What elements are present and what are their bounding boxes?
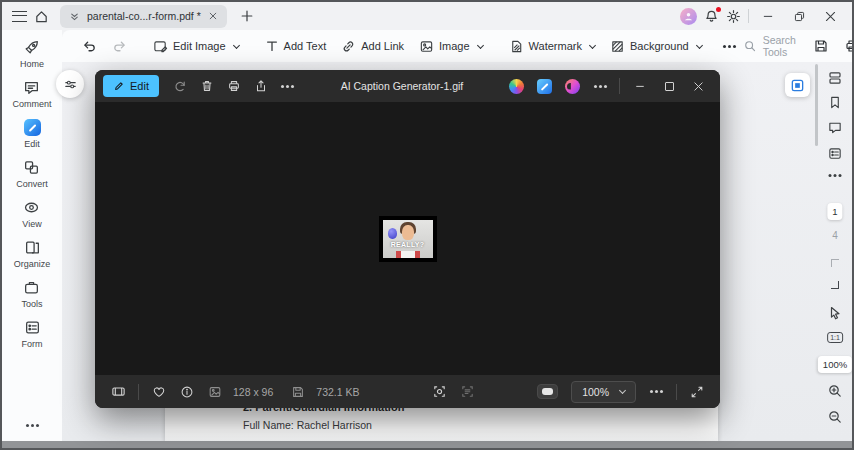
print-button[interactable]	[838, 34, 854, 58]
form-panel-button[interactable]	[828, 146, 843, 161]
trash-icon	[200, 79, 214, 93]
select-tool-button[interactable]	[827, 305, 843, 321]
toolbar-more-button[interactable]	[722, 41, 737, 52]
designer-app-icon[interactable]	[509, 79, 524, 94]
edit-image-button[interactable]: Edit Image	[147, 35, 245, 58]
comments-panel-button[interactable]	[828, 120, 843, 135]
redo-button[interactable]	[106, 35, 133, 58]
add-text-label: Add Text	[284, 40, 327, 52]
window-close-button[interactable]	[818, 5, 842, 27]
next-page-button[interactable]	[831, 281, 839, 289]
background-label: Background	[630, 40, 689, 52]
sidebar-item-label: Comment	[12, 99, 51, 109]
info-button[interactable]	[174, 379, 200, 405]
right-rail: 1 4 1:1 100%	[818, 62, 852, 441]
more-icon	[655, 390, 658, 393]
person-shirt	[396, 251, 420, 258]
home-button[interactable]	[34, 9, 49, 24]
viewer-zoom-dropdown[interactable]: 100%	[571, 381, 636, 403]
visual-search-button[interactable]	[426, 379, 452, 405]
edit-image-icon	[153, 39, 168, 54]
photo-editor-app-icon[interactable]	[537, 79, 552, 94]
minimize-icon	[762, 10, 774, 22]
new-tab-button[interactable]	[240, 9, 254, 23]
panel-toggle-button[interactable]	[785, 73, 810, 97]
sidebar-item-comment[interactable]: Comment	[12, 79, 51, 109]
save-button[interactable]	[807, 34, 835, 58]
current-page-box[interactable]: 1	[827, 203, 842, 220]
ocr-text-button[interactable]	[454, 379, 480, 405]
viewer-edit-button[interactable]: Edit	[103, 75, 159, 97]
fullscreen-icon	[690, 385, 704, 399]
bookmarks-panel-button[interactable]	[828, 95, 843, 110]
tab-collapse-icon[interactable]	[69, 11, 80, 22]
sidebar-item-home[interactable]: Home	[20, 39, 44, 69]
sidebar-item-label: Convert	[16, 179, 48, 189]
thumbnails-icon	[827, 70, 843, 86]
gif-caption-text: REALLY?	[383, 241, 433, 248]
tab-close-button[interactable]	[208, 11, 218, 21]
add-text-button[interactable]: Add Text	[259, 35, 333, 57]
sidebar-item-edit[interactable]: Edit	[24, 119, 41, 149]
sliders-icon	[63, 77, 78, 92]
viewer-minimize-button[interactable]	[626, 73, 654, 99]
notifications-button[interactable]	[704, 9, 719, 24]
filmstrip-button[interactable]	[105, 379, 131, 405]
save-icon	[813, 38, 829, 54]
thumbnails-panel-button[interactable]	[827, 70, 843, 86]
user-avatar[interactable]	[680, 8, 697, 25]
zoom-level-label[interactable]: 100%	[818, 356, 852, 373]
window-restore-button[interactable]	[787, 5, 811, 27]
sidebar-item-label: Organize	[14, 259, 51, 269]
sidebar-item-label: View	[22, 219, 41, 229]
background-button[interactable]: Background	[604, 35, 708, 58]
statusbar-more-button[interactable]	[643, 379, 669, 405]
add-link-button[interactable]: Add Link	[335, 35, 410, 58]
rotate-icon	[173, 79, 187, 93]
view-icon	[23, 199, 40, 216]
search-tools[interactable]: Search Tools	[743, 34, 796, 58]
image-button[interactable]: Image	[413, 35, 489, 58]
fullscreen-button[interactable]	[684, 379, 710, 405]
background-icon	[610, 39, 625, 54]
clipchamp-app-icon[interactable]	[565, 79, 580, 94]
sidebar-item-organize[interactable]: Organize	[14, 239, 51, 269]
rotate-button[interactable]	[167, 73, 193, 99]
favorite-button[interactable]	[146, 379, 172, 405]
pdf-tab[interactable]: parental-co...r-form.pdf *	[60, 5, 227, 28]
delete-button[interactable]	[194, 73, 220, 99]
sidebar-item-form[interactable]: Form	[22, 319, 43, 349]
sidebar-more-button[interactable]	[31, 424, 34, 427]
window-bottom-edge	[2, 441, 852, 448]
chevron-down-icon	[619, 387, 626, 394]
undo-button[interactable]	[76, 35, 103, 58]
fit-to-window-button[interactable]	[537, 384, 558, 399]
menu-button[interactable]	[12, 11, 27, 22]
viewer-more-left-button[interactable]	[275, 73, 301, 99]
viewer-share-button[interactable]	[248, 73, 274, 99]
actual-size-button[interactable]: 1:1	[827, 332, 843, 343]
gif-image[interactable]: REALLY?	[379, 216, 437, 262]
window-minimize-button[interactable]	[756, 5, 780, 27]
full-name-line: Full Name: Rachel Harrison	[243, 419, 372, 431]
settings-button[interactable]	[726, 9, 741, 24]
viewer-more-right-button[interactable]	[587, 73, 613, 99]
zoom-out-button[interactable]	[827, 409, 843, 425]
viewer-statusbar: 128 x 96 732.1 KB 100%	[95, 375, 720, 408]
image-dimensions-label: 128 x 96	[233, 386, 273, 398]
previous-page-button[interactable]	[831, 259, 839, 267]
balloon-graphic	[388, 228, 397, 239]
zoom-in-button[interactable]	[827, 383, 843, 399]
viewer-print-button[interactable]	[221, 73, 247, 99]
hamburger-icon	[12, 11, 27, 22]
adjust-properties-button[interactable]	[56, 70, 84, 98]
viewer-close-button[interactable]	[684, 73, 712, 99]
sidebar-item-tools[interactable]: Tools	[21, 279, 42, 309]
watermark-button[interactable]: Watermark	[503, 35, 601, 58]
rail-more-button[interactable]	[834, 174, 837, 177]
sidebar-item-convert[interactable]: Convert	[16, 159, 48, 189]
sidebar-item-view[interactable]: View	[22, 199, 41, 229]
redo-icon	[112, 39, 127, 54]
viewer-maximize-button[interactable]	[655, 73, 683, 99]
sidebar-item-label: Edit	[24, 139, 40, 149]
